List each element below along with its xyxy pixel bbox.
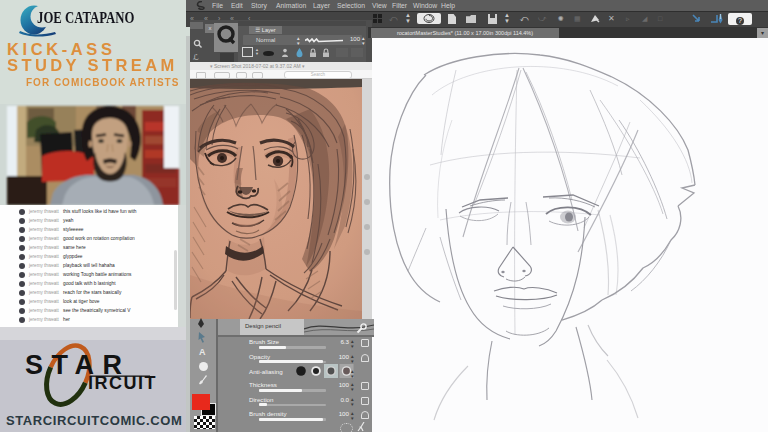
svg-text:STARCIRCUITCOMIC.COM: STARCIRCUITCOMIC.COM bbox=[6, 413, 182, 428]
